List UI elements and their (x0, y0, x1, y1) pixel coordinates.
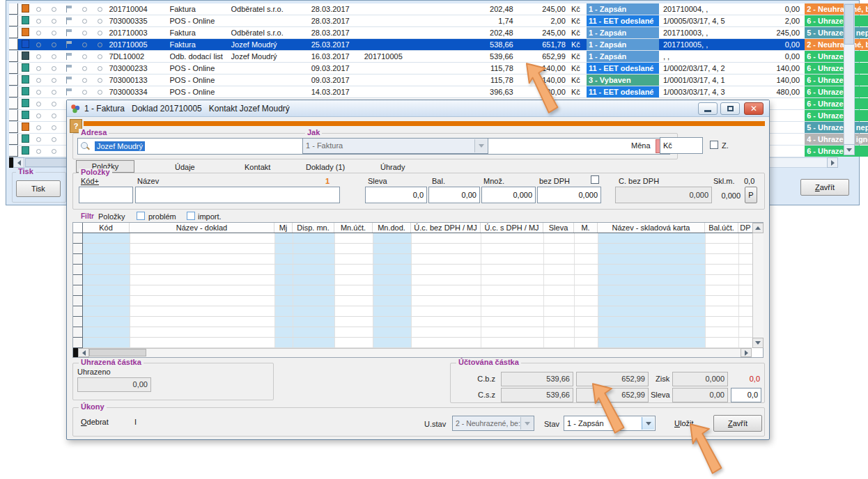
row-icon-cell[interactable] (32, 27, 45, 38)
row-icon-cell[interactable] (47, 39, 61, 50)
p-button[interactable]: P (745, 187, 757, 203)
row-icon-cell[interactable] (63, 63, 76, 74)
row-selector-cell[interactable] (9, 110, 18, 121)
row-icon-cell[interactable] (93, 63, 107, 74)
document-row[interactable]: 703000334 POS - Online 14.03.2017 396,63… (9, 86, 839, 98)
row-selector-cell[interactable] (9, 86, 18, 97)
row-icon-cell[interactable] (32, 63, 45, 74)
row-icon-cell[interactable] (47, 86, 61, 97)
problem-checkbox[interactable] (137, 212, 145, 220)
row-icon-cell[interactable] (47, 27, 61, 38)
mena-input[interactable]: Kč (660, 137, 703, 154)
dialog-titlebar[interactable]: 1 - Faktura Doklad 201710005 Kontakt Joz… (67, 100, 769, 117)
row-selector-cell[interactable] (9, 27, 18, 38)
row-selector-cell[interactable] (9, 122, 18, 133)
jak-chevron[interactable] (474, 139, 487, 152)
row-icon-cell[interactable] (93, 27, 107, 38)
col-header[interactable]: Disp. mn. (293, 223, 334, 233)
z-checkbox[interactable] (710, 141, 718, 149)
tab-kontakt[interactable]: Kontakt (245, 162, 270, 172)
row-selector-cell[interactable] (9, 146, 18, 157)
document-row[interactable]: 201710003 Faktura Odběratel s.r.o. 28.03… (9, 27, 839, 39)
row-icon-cell[interactable] (93, 51, 107, 62)
col-header[interactable]: Bal.účt. (705, 223, 738, 233)
row-icon-cell[interactable] (47, 3, 61, 15)
row-selector-cell[interactable] (9, 63, 18, 74)
odebrat-button[interactable]: Odebrat (81, 418, 109, 426)
col-header[interactable]: Ú.c. bez DPH / MJ (411, 223, 481, 233)
main-hscrollbar-thumb[interactable] (25, 158, 71, 167)
col-header[interactable]: Mn.dod. (373, 223, 411, 233)
sleva-percent-input[interactable]: 0,0 (731, 388, 761, 402)
tisk-button[interactable]: Tisk (16, 180, 61, 197)
row-icon-cell[interactable] (78, 51, 91, 62)
row-icon-cell[interactable] (78, 27, 91, 38)
items-scroll-left-button[interactable] (78, 348, 89, 357)
items-hscroll-track[interactable] (78, 348, 752, 357)
row-icon-cell[interactable] (63, 3, 76, 15)
row-icon-cell[interactable] (47, 74, 61, 86)
row-icon-cell[interactable] (78, 15, 91, 26)
items-scroll-right-button[interactable] (741, 348, 752, 357)
main-vscrollbar-thumb[interactable] (844, 4, 854, 45)
col-header[interactable]: Název - doklad (130, 223, 274, 233)
items-vscroll-track[interactable] (752, 223, 764, 348)
col-header[interactable]: M. (574, 223, 598, 233)
sleva-input[interactable]: 0,0 (365, 187, 427, 203)
tab-udaje[interactable]: Údaje (175, 162, 195, 172)
import-checkbox[interactable] (187, 212, 195, 220)
row-icon-cell[interactable] (63, 27, 76, 38)
close-button[interactable]: ✕ (744, 102, 764, 115)
kod-input[interactable] (79, 187, 133, 203)
row-icon-cell[interactable] (47, 51, 61, 62)
row-icon-cell[interactable] (63, 15, 76, 26)
row-selector-cell[interactable] (9, 3, 18, 15)
main-zavrit-button[interactable]: Zavřít (800, 179, 849, 196)
row-icon-cell[interactable] (78, 74, 91, 86)
row-selector-cell[interactable] (9, 39, 18, 50)
row-icon-cell[interactable] (63, 86, 76, 97)
row-icon-cell[interactable] (47, 122, 61, 133)
row-icon-cell[interactable] (93, 39, 107, 50)
col-header[interactable]: Kód (83, 223, 130, 233)
row-icon-cell[interactable] (63, 51, 76, 62)
row-icon-cell[interactable] (32, 15, 45, 26)
row-icon-cell[interactable] (47, 98, 61, 109)
main-scroll-down-button[interactable] (844, 144, 855, 155)
col-header[interactable]: Sleva (543, 223, 574, 233)
col-header[interactable]: Mj (274, 223, 293, 233)
row-icon-cell[interactable] (32, 86, 45, 97)
row-icon-cell[interactable] (32, 98, 45, 109)
row-selector-cell[interactable] (9, 74, 18, 86)
row-icon-cell[interactable] (78, 86, 91, 97)
bal-input[interactable]: 0,00 (428, 187, 480, 203)
row-icon-cell[interactable] (32, 51, 45, 62)
row-icon-cell[interactable] (47, 146, 61, 157)
document-row[interactable]: 201710004 Faktura Odběratel s.r.o. 28.03… (9, 3, 839, 15)
row-selector-cell[interactable] (9, 15, 18, 26)
row-icon-cell[interactable] (47, 134, 61, 145)
row-icon-cell[interactable] (93, 86, 107, 97)
row-icon-cell[interactable] (32, 74, 45, 86)
document-row[interactable]: 201710005 Faktura Jozef Moudrý 25.03.201… (9, 39, 839, 51)
row-icon-cell[interactable] (32, 134, 45, 145)
row-icon-cell[interactable] (63, 74, 76, 86)
col-header[interactable]: Mn.účt. (334, 223, 373, 233)
col-header[interactable]: Název - skladová karta (598, 223, 705, 233)
stav-chevron[interactable] (642, 417, 654, 430)
row-icon-cell[interactable] (78, 39, 91, 50)
col-header[interactable]: DP (738, 223, 752, 233)
document-row[interactable]: 703000133 POS - Online 09.03.2017 115,78… (9, 74, 839, 86)
items-table-body[interactable] (83, 233, 752, 348)
items-hscroll-thumb[interactable] (89, 349, 146, 356)
row-selector-cell[interactable] (9, 134, 18, 145)
document-row[interactable]: 703000335 POS - Online 28.03.2017 1,74 2… (9, 15, 839, 27)
document-row[interactable]: 703000233 POS - Online 09.03.2017 115,78… (9, 63, 839, 74)
row-icon-cell[interactable] (32, 146, 45, 157)
row-icon-cell[interactable] (47, 63, 61, 74)
tab-uhrady[interactable]: Úhrady (380, 162, 405, 172)
document-row[interactable]: 7DL10002 Odb. dodací list Jozef Moudrý 1… (9, 51, 839, 63)
maximize-button[interactable] (720, 102, 740, 115)
main-scroll-right-button[interactable] (827, 157, 838, 168)
bezdph-checkbox[interactable] (591, 175, 599, 184)
